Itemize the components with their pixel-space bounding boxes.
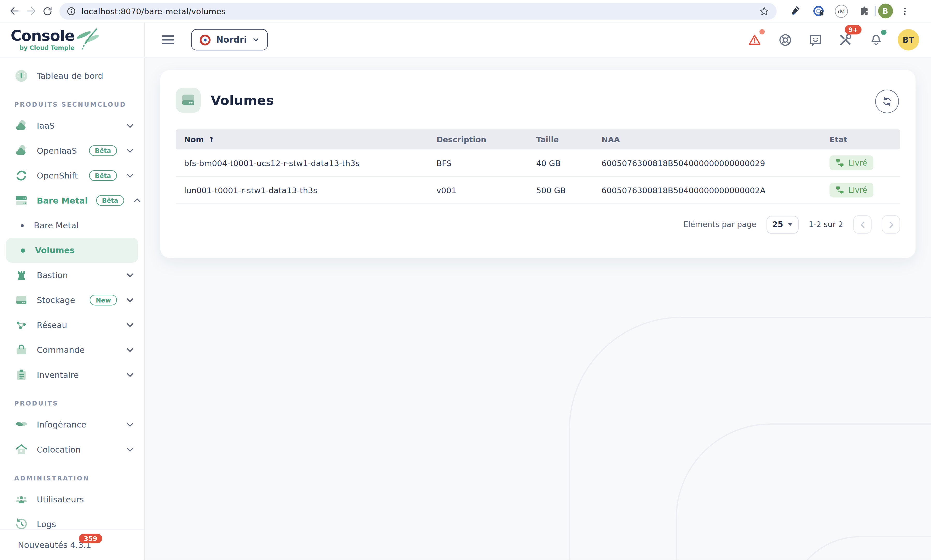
column-header-description[interactable]: Description (437, 135, 536, 144)
bookmark-star-icon[interactable] (759, 6, 769, 16)
alerts-button[interactable] (746, 32, 763, 48)
eyedropper-extension-button[interactable] (786, 3, 803, 19)
whats-new-button[interactable]: Nouveautés 4.3.1 359 (0, 529, 144, 560)
password-manager-extension-button[interactable] (811, 3, 827, 19)
rm-extension-button[interactable]: rM (835, 5, 848, 18)
network-nodes-icon (14, 318, 28, 332)
page-title: Volumes (211, 93, 274, 108)
page-range: 1-2 sur 2 (809, 220, 843, 229)
sidebar-item-label: IaaS (37, 121, 117, 131)
sidebar-nav: Tableau de bord PRODUITS SECNUMCLOUD Iaa… (0, 58, 144, 529)
bullet-icon (21, 224, 23, 227)
app-body: Tableau de bord PRODUITS SECNUMCLOUD Iaa… (0, 58, 931, 560)
chevron-down-icon (125, 146, 135, 155)
sidebar-item-label: OpenShift (37, 171, 80, 180)
browser-profile-avatar[interactable]: B (878, 4, 893, 18)
support-button[interactable] (777, 32, 793, 48)
column-header-etat[interactable]: Etat (829, 135, 900, 144)
sidebar-subitem-label: Volumes (35, 246, 138, 255)
sidebar-item-reseau[interactable]: Réseau (0, 312, 144, 337)
sidebar-item-commande[interactable]: Commande (0, 337, 144, 362)
screen: localhost:8070/bare-metal/volumes rM B C… (0, 0, 931, 560)
browser-menu-button[interactable] (896, 3, 913, 19)
back-button[interactable] (6, 3, 23, 19)
sidebar-item-utilisateurs[interactable]: Utilisateurs (0, 487, 144, 512)
status-label: Livré (849, 158, 868, 168)
sidebar-item-label: Commande (37, 345, 117, 355)
table-row[interactable]: lun001-t0001-r-stw1-data13-th3s v001 500… (176, 177, 900, 204)
sidebar-item-colocation[interactable]: Colocation (0, 437, 144, 462)
sidebar-item-bare-metal[interactable]: Bare Metal Bêta (0, 188, 144, 213)
reload-button[interactable] (39, 3, 56, 19)
header-actions: 9+ BT (746, 29, 919, 51)
logo-subtitle: by Cloud Temple (19, 45, 74, 51)
shopping-bag-icon (14, 343, 28, 357)
new-badge: New (90, 295, 117, 305)
table-row[interactable]: bfs-bm004-t0001-ucs12-r-stw1-data13-th3s… (176, 150, 900, 177)
sidebar-item-tableau-de-bord[interactable]: Tableau de bord (0, 63, 144, 88)
sidebar-item-bastion[interactable]: Bastion (0, 263, 144, 288)
page-size-label: Eléments par page (683, 220, 756, 229)
url-text: localhost:8070/bare-metal/volumes (82, 6, 753, 16)
tools-button[interactable]: 9+ (837, 32, 854, 48)
sidebar-subitem-bare-metal[interactable]: Bare Metal (0, 213, 144, 238)
eyedropper-icon (789, 5, 800, 17)
next-page-button[interactable] (882, 215, 900, 234)
sort-asc-icon: ↑ (208, 135, 215, 144)
sidebar-item-openshift[interactable]: OpenShift Bêta (0, 163, 144, 188)
cell-naa: 6005076300818B504000000000000029 (602, 158, 830, 168)
dragonfly-logo-icon (76, 26, 102, 54)
alert-dot (759, 29, 765, 35)
feedback-button[interactable] (807, 32, 823, 48)
user-avatar[interactable]: BT (898, 29, 919, 51)
cell-taille: 40 GB (536, 158, 602, 168)
sidebar-item-label: Réseau (37, 320, 117, 330)
whats-new-count-badge: 359 (79, 534, 102, 543)
beta-badge: Bêta (96, 195, 124, 206)
card-header: Volumes (176, 84, 900, 117)
status-label: Livré (849, 186, 868, 195)
puzzle-icon (858, 5, 870, 17)
bastion-rook-icon (14, 268, 28, 282)
site-info-icon[interactable] (66, 6, 76, 16)
sidebar-section-produits: PRODUITS (0, 387, 144, 412)
column-header-nom[interactable]: Nom ↑ (184, 135, 437, 144)
column-header-taille[interactable]: Taille (536, 135, 602, 144)
tenant-selector-button[interactable]: Nordri (191, 29, 268, 51)
chevron-down-icon (125, 121, 135, 131)
password-lock-icon (812, 5, 826, 18)
sidebar-subitem-volumes[interactable]: Volumes (6, 238, 138, 263)
sidebar-item-inventaire[interactable]: Inventaire (0, 362, 144, 387)
notifications-button[interactable] (868, 32, 884, 48)
back-icon (9, 5, 20, 17)
beta-badge: Bêta (89, 171, 117, 181)
tools-icon (838, 32, 854, 48)
extensions-zone: rM (786, 3, 872, 19)
sidebar-item-iaas[interactable]: IaaS (0, 113, 144, 138)
chevron-right-icon (886, 220, 896, 230)
handshake-icon (14, 417, 28, 432)
page-size-select[interactable]: 25 (766, 216, 798, 234)
chevron-down-icon (125, 320, 135, 330)
chevron-down-icon (125, 420, 135, 429)
sidebar-item-logs[interactable]: Logs (0, 512, 144, 529)
url-bar[interactable]: localhost:8070/bare-metal/volumes (59, 3, 777, 19)
sidebar-item-infogerance[interactable]: Infogérance (0, 412, 144, 437)
extensions-puzzle-button[interactable] (855, 3, 872, 19)
previous-page-button[interactable] (853, 215, 872, 234)
sidebar-section-secnumcloud: PRODUITS SECNUMCLOUD (0, 88, 144, 113)
chevron-left-icon (858, 220, 867, 230)
refresh-button[interactable] (875, 90, 899, 113)
sidebar-item-openiaas[interactable]: OpenIaaS Bêta (0, 138, 144, 163)
header-main: Nordri 9+ (145, 23, 931, 57)
house-icon (14, 443, 28, 457)
cell-description: v001 (437, 186, 536, 195)
chevron-down-icon (125, 345, 135, 355)
forward-button[interactable] (23, 3, 39, 19)
column-header-naa[interactable]: NAA (602, 135, 830, 144)
tools-count-badge: 9+ (845, 25, 862, 34)
sidebar-item-stockage[interactable]: Stockage New (0, 288, 144, 312)
sidebar-toggle-button[interactable] (161, 32, 176, 48)
sidebar-subitem-label: Bare Metal (34, 221, 144, 230)
cell-taille: 500 GB (536, 186, 602, 195)
